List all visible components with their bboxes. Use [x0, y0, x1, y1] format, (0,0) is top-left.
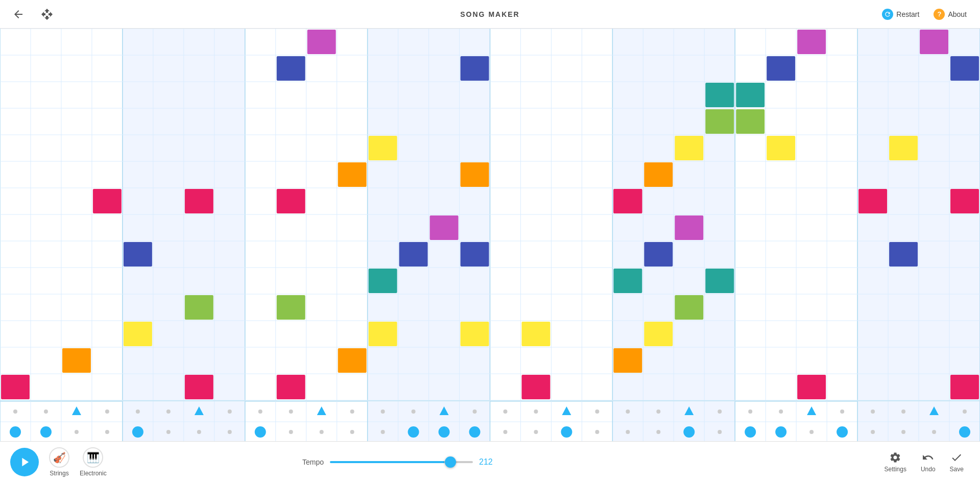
electronic-label: Electronic: [80, 470, 107, 477]
about-icon: ?: [934, 9, 945, 20]
strings-icon: 🎻: [49, 447, 69, 468]
footer: 🎻 Strings 🎹 Electronic Tempo 212 Setting…: [0, 441, 980, 482]
save-button[interactable]: Save: [944, 449, 970, 475]
about-button[interactable]: ? About: [928, 6, 972, 23]
settings-label: Settings: [885, 466, 906, 473]
back-button[interactable]: [8, 4, 29, 25]
main-grid: [0, 29, 980, 441]
header-left: [8, 4, 57, 25]
settings-button[interactable]: Settings: [878, 449, 913, 475]
header-right: Restart ? About: [877, 6, 972, 23]
electronic-button[interactable]: 🎹 Electronic: [80, 447, 107, 477]
page-title: SONG MAKER: [460, 10, 519, 18]
restart-label: Restart: [896, 10, 919, 18]
grid-wrapper[interactable]: [0, 29, 980, 400]
strings-label: Strings: [50, 470, 68, 477]
strings-button[interactable]: 🎻 Strings: [49, 447, 69, 477]
percussion-container: [0, 400, 980, 441]
move-button[interactable]: [37, 4, 57, 25]
undo-icon: [922, 451, 934, 464]
tempo-label: Tempo: [302, 458, 324, 466]
tempo-section: Tempo 212: [302, 457, 497, 467]
electronic-icon: 🎹: [83, 447, 103, 468]
about-label: About: [948, 10, 967, 18]
undo-button[interactable]: Undo: [915, 449, 942, 475]
header: SONG MAKER Restart ? About: [0, 0, 980, 29]
settings-icon: [889, 451, 901, 464]
save-icon: [950, 451, 963, 464]
restart-icon: [882, 9, 893, 20]
tempo-slider[interactable]: [330, 461, 473, 463]
save-label: Save: [950, 466, 964, 473]
play-button[interactable]: [10, 448, 39, 476]
tempo-value: 212: [479, 457, 497, 467]
undo-label: Undo: [921, 466, 936, 473]
restart-button[interactable]: Restart: [877, 6, 924, 23]
right-actions: Settings Undo Save: [878, 449, 970, 475]
